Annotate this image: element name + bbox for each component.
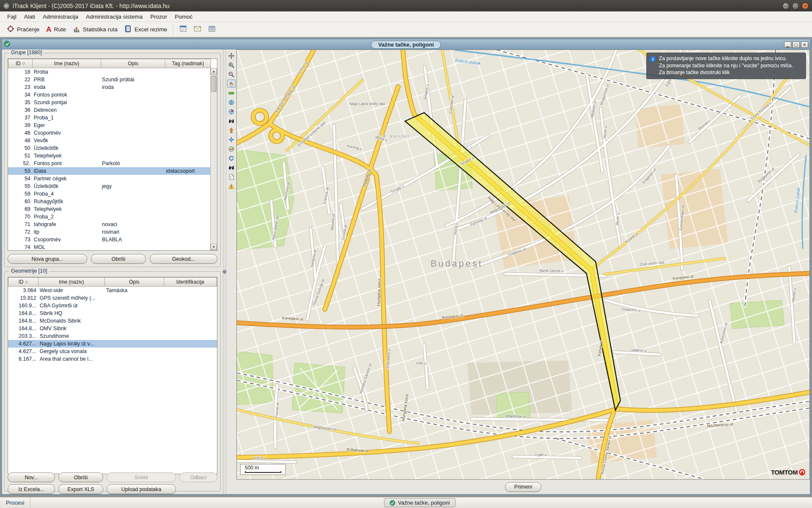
zoom-in-tool-icon[interactable] (227, 61, 236, 69)
groups-scrollbar[interactable]: ▲ ▼ (210, 68, 217, 250)
table-row[interactable]: 15.812GPS szerelő műhely (... (8, 294, 217, 302)
table-row[interactable]: 164.8...Sibrik HQ (8, 309, 217, 317)
menu-prozor[interactable]: Prozor (146, 12, 171, 21)
table-cell (165, 190, 210, 198)
binoculars-2-tool-icon[interactable] (227, 163, 236, 171)
geom-col-name[interactable]: Ime (naziv) (38, 277, 105, 287)
minimize-button[interactable]: — (782, 3, 789, 9)
table-row[interactable]: 46Csoportnév (8, 129, 210, 137)
groups-col-id[interactable]: ID▽ (8, 59, 33, 68)
table-row[interactable]: 50Üzletkötők (8, 144, 210, 152)
scroll-down-icon[interactable]: ▼ (211, 244, 217, 250)
marker-tool-icon[interactable] (227, 126, 236, 134)
routes-tool-icon[interactable] (227, 145, 236, 153)
mail-button[interactable] (190, 23, 205, 36)
new-geometry-button[interactable]: Nov... (8, 472, 55, 482)
map-canvas[interactable]: Budapest14. kerületRákos-patakRákos-pata… (236, 50, 810, 480)
menu-pomoc[interactable]: Pomoć (171, 12, 196, 21)
table-row[interactable]: 18Rróba (8, 68, 210, 76)
table-button[interactable] (205, 23, 219, 36)
compass-tool-icon[interactable] (227, 135, 236, 144)
menu-administracija[interactable]: Administracija (39, 12, 82, 21)
table-row[interactable]: 69Telephelyek (8, 205, 210, 213)
table-row[interactable]: 203.3...Szundihome (8, 332, 217, 340)
table-row[interactable]: 51Telephelyek (8, 152, 210, 160)
maximize-button[interactable]: ▢ (792, 3, 799, 9)
groups-col-name[interactable]: Ime (naziv) (33, 59, 101, 68)
pan-tool-icon[interactable] (227, 52, 236, 60)
table-row[interactable]: 39Eger (8, 121, 210, 129)
table-cell (105, 340, 164, 348)
report-button[interactable] (176, 23, 190, 36)
geom-col-desc[interactable]: Opis (105, 277, 164, 287)
geocode-button[interactable]: Geokod... (150, 254, 217, 264)
geom-col-ident[interactable]: Identifikacija (164, 277, 217, 287)
table-row[interactable]: 74MOL (8, 243, 210, 250)
table-row[interactable]: 55Üzletkötőkjegy (8, 182, 210, 190)
table-cell: idatacsoport (165, 167, 210, 175)
delete-group-button[interactable]: Obriši (91, 254, 146, 264)
warning-tool-icon[interactable] (227, 182, 236, 190)
table-row[interactable]: 71tahografenovaci (8, 221, 210, 228)
menu-fajl[interactable]: Fajl (3, 12, 20, 21)
table-row[interactable]: 73CsoportnévBLABLA (8, 236, 210, 243)
table-row[interactable]: 160.9...CBA Gyömrői út (8, 302, 217, 309)
excel-summary-button[interactable]: Excel rezime (121, 23, 170, 36)
new-group-button[interactable]: Nova grupa... (8, 254, 87, 264)
refresh-tool-icon[interactable] (227, 154, 236, 162)
binoculars-tool-icon[interactable] (227, 117, 236, 125)
table-row[interactable]: 3.064West-sideTamáska (8, 287, 217, 294)
table-row[interactable]: 164.8...McDonalds Sibrik (8, 317, 217, 325)
table-row[interactable]: 4.627...Gergely utca vonala (8, 348, 217, 355)
inner-close-button[interactable]: ✕ (801, 41, 808, 48)
inner-maximize-button[interactable]: ▢ (793, 41, 800, 48)
table-row[interactable]: 72itprovinari (8, 228, 210, 236)
table-row[interactable]: 59Proba_4 (8, 190, 210, 198)
menu-alati[interactable]: Alati (20, 12, 39, 21)
table-row[interactable]: 35Szundi pontjai (8, 99, 210, 106)
routes-button[interactable]: A Rute (43, 24, 69, 35)
table-row[interactable]: 164.8...OMV Sibrik (8, 325, 217, 332)
table-row[interactable]: 70Proba_2 (8, 213, 210, 221)
route-statistics-button[interactable]: Statistika ruta (69, 23, 121, 36)
hand-tool-icon[interactable] (227, 80, 236, 88)
table-row[interactable]: 37Proba_1 (8, 114, 210, 121)
table-row[interactable]: 52.Fontos pontParkoló (8, 160, 210, 167)
table-row[interactable]: 23irodairoda (8, 83, 210, 91)
poi-tool-icon[interactable] (227, 108, 236, 116)
table-row[interactable]: 60Ruhagyűjtők (8, 198, 210, 205)
groups-col-desc[interactable]: Opis (101, 59, 165, 68)
groups-col-tag[interactable]: Tag (nadimak) (165, 59, 211, 68)
scroll-up-icon[interactable]: ▲ (211, 68, 217, 75)
table-cell (101, 205, 165, 213)
menu-administracija-sistema[interactable]: Administracija sistema (82, 12, 146, 21)
taskbar-item[interactable]: Važne tačke, poligoni (384, 498, 455, 507)
from-excel-button[interactable]: Iz Excela... (8, 484, 55, 494)
table-row[interactable]: 34Fontos pontok (8, 91, 210, 99)
page-tool-icon[interactable] (227, 173, 236, 181)
inner-minimize-button[interactable]: ▁ (784, 41, 791, 48)
splitter-handle-icon[interactable] (222, 270, 227, 274)
table-cell: GPS szerelő műhely (... (38, 294, 105, 302)
table-row[interactable]: 22PRBSzundi próbái (8, 76, 210, 83)
table-row[interactable]: 54Partner cégek (8, 175, 210, 182)
inner-window-titlebar[interactable]: Važne tačke, poligoni ▁ ▢ ✕ (2, 39, 810, 50)
table-row[interactable]: 6.167...Area that cannot be l... (8, 355, 217, 363)
zoom-out-tool-icon[interactable] (227, 70, 236, 78)
table-row[interactable]: 53iDataidatacsoport (8, 167, 210, 175)
export-xls-button[interactable]: Export XLS (58, 484, 103, 494)
scrollbar-thumb[interactable] (211, 76, 217, 92)
table-row[interactable]: 48Vevők (8, 137, 210, 144)
apply-button[interactable]: Primeni (505, 482, 541, 492)
delete-geometry-button[interactable]: Obriši (58, 472, 103, 482)
upload-data-button[interactable]: Upload podataka (107, 484, 176, 494)
close-button[interactable]: ✕ (802, 3, 809, 9)
processes-label[interactable]: Procesi (0, 497, 30, 508)
geom-col-id[interactable]: ID▽ (8, 277, 38, 287)
globe-tool-icon[interactable] (227, 98, 236, 106)
table-row[interactable]: 4.627...Nagy Lajos király út v... (8, 340, 217, 348)
panel-splitter[interactable] (223, 50, 226, 494)
table-row[interactable]: 36Debrecen (8, 106, 210, 114)
measure-tool-icon[interactable] (227, 89, 236, 97)
tracking-button[interactable]: Praćenje (3, 23, 43, 36)
